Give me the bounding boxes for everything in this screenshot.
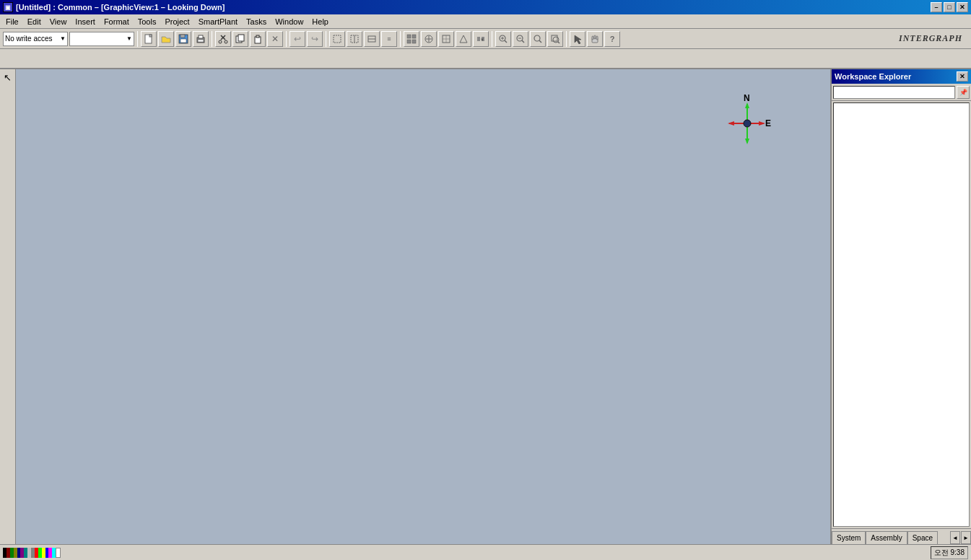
workspace-tree-content[interactable] [833,102,970,527]
tool-btn-4[interactable]: ≡ [381,31,397,47]
zoom-fit-button[interactable] [530,31,546,47]
svg-line-46 [558,42,559,43]
menu-window[interactable]: Window [271,15,308,28]
tool-btn-7[interactable] [438,31,454,47]
svg-line-36 [505,40,507,43]
new-icon [144,34,154,44]
layer-dropdown[interactable]: ▼ [69,32,134,46]
separator-4 [326,31,326,47]
tool-btn-8[interactable] [456,31,471,47]
question-button[interactable]: ? [604,31,620,47]
menu-bar: File Edit View Insert Format Tools Proje… [0,14,971,29]
svg-text:▼: ▼ [480,38,484,42]
svg-rect-6 [199,35,203,38]
icon6 [424,34,434,44]
menu-smartplant[interactable]: SmartPlant [194,15,242,28]
svg-rect-44 [552,35,557,41]
menu-tasks[interactable]: Tasks [242,15,271,28]
workspace-explorer-title: Workspace Explorer [835,72,911,81]
zoom-out-button[interactable] [513,31,528,47]
svg-rect-22 [412,35,416,38]
tab-scroll-arrows: ◄ ► [950,531,971,544]
svg-point-45 [553,37,559,43]
svg-marker-47 [575,35,581,44]
hand-button[interactable] [587,31,603,47]
viewport[interactable]: N E [16,69,830,544]
zoom-button[interactable] [495,31,511,47]
redo-button[interactable]: ↪ [307,31,323,47]
delete-button[interactable]: ✕ [267,31,283,47]
minimize-button[interactable]: – [931,2,942,12]
tool-btn-6[interactable] [421,31,437,47]
tab-scroll-left[interactable]: ◄ [950,531,960,544]
svg-marker-53 [745,102,749,108]
menu-format[interactable]: Format [100,15,134,28]
tool-btn-9[interactable]: ▼ [473,31,489,47]
tool-btn-3[interactable] [364,31,380,47]
status-left [3,548,61,558]
pointer-icon [572,34,583,44]
svg-point-10 [219,40,222,43]
toolbar-main: No write acces ▼ ▼ ✕ ↩ ↪ ≡ [0,29,971,49]
svg-line-40 [522,40,524,43]
title-bar-left: ▣ [Untitled] : Common – [GraphicView:1 –… [3,2,225,12]
new-button[interactable] [141,31,157,47]
separator-5 [400,31,401,47]
workspace-explorer-panel: Workspace Explorer ✕ 📌 System Assembly S… [830,69,971,544]
zoom-out-icon [515,34,526,44]
menu-edit[interactable]: Edit [23,15,45,28]
svg-rect-51 [596,36,598,40]
access-dropdown[interactable]: No write acces ▼ [3,32,68,46]
workspace-selector[interactable] [833,86,955,99]
svg-marker-55 [745,139,749,144]
zoom-window-button[interactable] [547,31,563,47]
svg-rect-3 [180,35,185,38]
separator-3 [286,31,287,47]
workspace-explorer-close[interactable]: ✕ [957,71,968,82]
icon8 [458,34,469,44]
svg-rect-50 [594,35,596,39]
print-button[interactable] [193,31,209,47]
close-button[interactable]: ✕ [957,2,968,12]
workspace-pin-button[interactable]: 📌 [957,86,970,99]
svg-rect-24 [412,40,416,43]
cut-button[interactable] [215,31,231,47]
separator-2 [212,31,212,47]
tab-assembly[interactable]: Assembly [866,531,907,544]
time-display: 오전 9:38 [931,546,968,559]
left-toolbar: ↖ [0,69,16,544]
open-icon [161,34,171,44]
cut-icon [218,34,228,44]
tool-btn-2[interactable] [347,31,362,47]
save-icon [178,34,188,44]
layer-dropdown-arrow: ▼ [126,35,132,42]
open-button[interactable] [158,31,174,47]
menu-insert[interactable]: Insert [71,15,100,28]
workspace-explorer-toolbar: 📌 [832,84,971,101]
tab-space[interactable]: Space [907,531,938,544]
menu-project[interactable]: Project [160,15,193,28]
east-label: E [765,118,771,128]
copy-button[interactable] [232,31,248,47]
save-button[interactable] [175,31,191,47]
menu-view[interactable]: View [45,15,71,28]
paste-icon [253,34,263,44]
zoom-window-icon [550,34,560,44]
paste-button[interactable] [250,31,266,47]
menu-help[interactable]: Help [308,15,333,28]
tab-system[interactable]: System [832,531,866,544]
tool-btn-5[interactable] [404,31,419,47]
print-icon [196,34,206,44]
svg-marker-58 [728,121,734,126]
tool-btn-1[interactable] [329,31,345,47]
restore-button[interactable]: □ [944,2,955,12]
undo-button[interactable]: ↩ [289,31,305,47]
menu-tools[interactable]: Tools [134,15,161,28]
menu-file[interactable]: File [1,15,23,28]
toolbar-secondary [0,49,971,69]
svg-rect-16 [334,35,341,43]
color-white[interactable] [56,548,61,558]
svg-rect-4 [180,39,186,43]
tab-scroll-right[interactable]: ► [961,531,971,544]
pointer-button[interactable] [570,31,585,47]
